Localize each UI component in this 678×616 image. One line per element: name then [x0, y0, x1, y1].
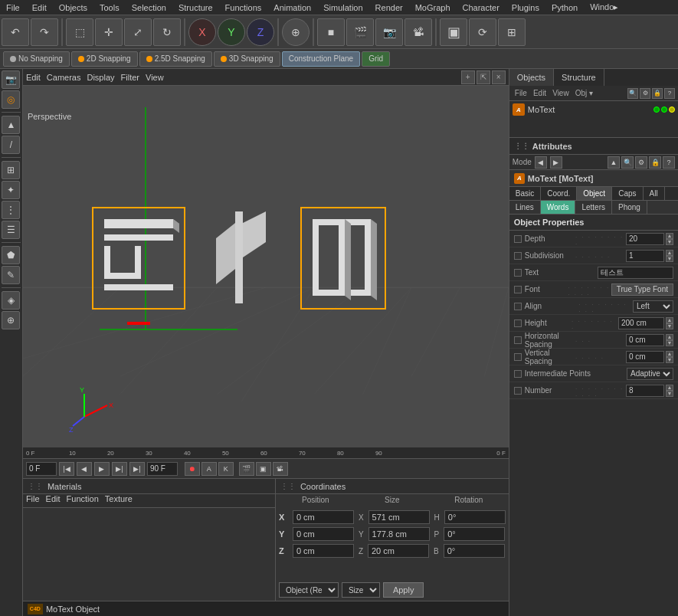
menu-mograph[interactable]: MoGraph [409, 2, 457, 14]
prev-frame-btn[interactable]: ◀ [77, 462, 92, 476]
menu-animation[interactable]: Animation [267, 2, 317, 14]
next-frame-btn[interactable]: ▶| [112, 462, 127, 476]
object-dropdown[interactable]: Object (Re [279, 582, 339, 598]
height-value-input[interactable] [618, 317, 664, 329]
attr-sub-letters[interactable]: Letters [575, 201, 612, 214]
next-key-btn[interactable]: ▶| [129, 462, 145, 476]
scene-button[interactable]: 📷 [375, 18, 403, 46]
attr-gear-btn[interactable]: ⚙ [635, 156, 647, 169]
menu-file[interactable]: File [0, 2, 26, 14]
scale-button[interactable]: ⤢ [124, 18, 152, 46]
hspacing-value-input[interactable] [626, 334, 664, 346]
vp-display-menu[interactable]: Display [87, 73, 114, 82]
mat-edit-tab[interactable]: Edit [43, 494, 64, 507]
size-dropdown[interactable]: Size [342, 582, 380, 598]
render-anim-btn[interactable]: 📽 [273, 462, 288, 476]
b-rot-input[interactable] [444, 544, 505, 558]
menu-tools[interactable]: Tools [93, 2, 126, 14]
lt-btn-11[interactable]: ◈ [2, 291, 20, 310]
y-pos-input[interactable] [293, 527, 354, 541]
height-up-arrow[interactable]: ▲ [666, 317, 673, 323]
mat-texture-tab[interactable]: Texture [102, 494, 136, 507]
key-btn[interactable]: K [218, 462, 234, 476]
menu-edit[interactable]: Edit [26, 2, 53, 14]
vp-cameras-menu[interactable]: Cameras [47, 73, 81, 82]
om-view-btn[interactable]: View [550, 89, 572, 97]
structure-tab[interactable]: Structure [554, 69, 604, 86]
om-edit-btn[interactable]: Edit [531, 89, 549, 97]
render-active-btn[interactable]: ▣ [256, 462, 271, 476]
menu-structure[interactable]: Structure [172, 2, 219, 14]
depth-up-arrow[interactable]: ▲ [666, 233, 673, 239]
align-dropdown[interactable]: Left Center Right [633, 300, 673, 313]
om-lock-icon[interactable]: 🔒 [652, 88, 663, 99]
world-button[interactable]: ⊕ [282, 18, 310, 46]
undo-button[interactable]: ↶ [2, 18, 29, 46]
om-search-icon[interactable]: 🔍 [627, 88, 638, 99]
render-button[interactable]: ⊞ [498, 18, 526, 46]
menu-render[interactable]: Render [369, 2, 409, 14]
refresh-button[interactable]: ⟳ [469, 18, 496, 46]
attr-sub-words[interactable]: Words [541, 201, 576, 214]
om-help-icon[interactable]: ? [664, 88, 675, 99]
lt-btn-8[interactable]: ☰ [2, 221, 20, 239]
attr-up-btn[interactable]: ▲ [608, 156, 620, 169]
objects-tab[interactable]: Objects [509, 69, 554, 86]
attr-tab-caps[interactable]: Caps [612, 187, 643, 200]
attr-tab-all[interactable]: All [644, 187, 665, 200]
construction-plane-button[interactable]: Construction Plane [282, 51, 361, 67]
subdivision-value-input[interactable] [626, 250, 664, 262]
no-snapping-button[interactable]: No Snapping [3, 51, 70, 67]
menu-functions[interactable]: Functions [219, 2, 268, 14]
dot-green-2[interactable] [661, 106, 667, 113]
vp-icon-3[interactable]: × [492, 70, 506, 84]
prev-key-btn[interactable]: |◀ [59, 462, 74, 476]
cube-button[interactable]: ■ [317, 18, 345, 46]
font-value-button[interactable]: True Type Font [611, 283, 673, 296]
number-down-arrow[interactable]: ▼ [666, 391, 673, 397]
redo-button[interactable]: ↷ [31, 18, 58, 46]
lt-btn-3[interactable]: ▲ [2, 116, 20, 134]
vspacing-checkbox[interactable] [514, 353, 522, 361]
vp-filter-menu[interactable]: Filter [121, 73, 139, 82]
z-size-input[interactable] [368, 544, 429, 558]
vp-icon-2[interactable]: ⇱ [477, 70, 490, 84]
x-pos-input[interactable] [293, 510, 354, 524]
text-checkbox[interactable] [514, 269, 522, 277]
rotate-button[interactable]: ↻ [153, 18, 181, 46]
attr-sub-lines[interactable]: Lines [509, 201, 541, 214]
motext-object-item[interactable]: A MoText [509, 101, 678, 118]
vspacing-up-arrow[interactable]: ▲ [666, 351, 673, 357]
menu-window[interactable]: Windo▸ [584, 1, 624, 14]
cube3d-button[interactable]: ▣ [440, 18, 467, 46]
snap-25d-button[interactable]: 2.5D Snapping [139, 51, 212, 67]
mode-prev-btn[interactable]: ◀ [535, 156, 547, 169]
attr-tab-basic[interactable]: Basic [509, 187, 541, 200]
z-axis-button[interactable]: Z [247, 18, 274, 46]
lt-btn-6[interactable]: ✦ [2, 181, 20, 199]
menu-selection[interactable]: Selection [126, 2, 172, 14]
om-file-btn[interactable]: File [513, 89, 529, 97]
align-checkbox[interactable] [514, 303, 522, 310]
depth-value-input[interactable] [626, 233, 664, 245]
mat-function-tab[interactable]: Function [64, 494, 102, 507]
subdivision-checkbox[interactable] [514, 252, 522, 260]
vp-icon-1[interactable]: + [461, 70, 475, 84]
vspacing-down-arrow[interactable]: ▼ [666, 357, 673, 363]
height-down-arrow[interactable]: ▼ [666, 323, 673, 329]
attr-tab-object[interactable]: Object [577, 187, 612, 200]
attr-sub-phong[interactable]: Phong [612, 201, 647, 214]
number-up-arrow[interactable]: ▲ [666, 385, 673, 391]
hspacing-checkbox[interactable] [514, 336, 522, 344]
hspacing-up-arrow[interactable]: ▲ [666, 334, 673, 340]
x-size-input[interactable] [368, 510, 430, 524]
h-rot-input[interactable] [444, 510, 506, 524]
record-btn[interactable]: ⏺ [185, 462, 200, 476]
menu-python[interactable]: Python [545, 2, 584, 14]
attr-tab-coord[interactable]: Coord. [541, 187, 577, 200]
menu-plugins[interactable]: Plugins [506, 2, 545, 14]
depth-checkbox[interactable] [514, 235, 522, 243]
text-value-input[interactable] [598, 267, 673, 279]
mat-file-tab[interactable]: File [23, 494, 43, 507]
dot-green-1[interactable] [653, 106, 660, 113]
